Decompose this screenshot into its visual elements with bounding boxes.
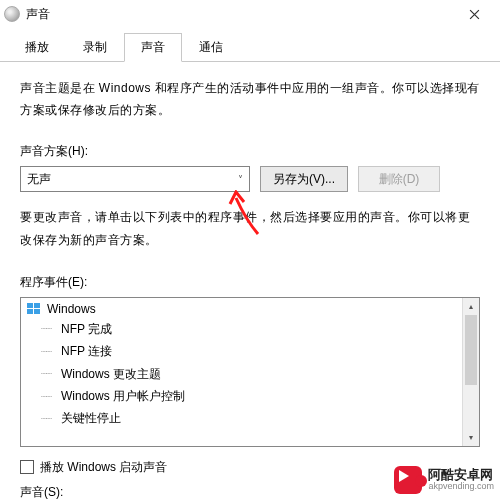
event-item[interactable]: ┈┈NFP 完成: [21, 318, 479, 340]
svg-rect-3: [34, 309, 40, 314]
watermark-text: 阿酷安卓网 akpvending.com: [428, 468, 494, 492]
tree-connector: ┈┈: [41, 388, 51, 405]
startup-checkbox[interactable]: [20, 460, 34, 474]
scroll-down-icon[interactable]: ▾: [463, 429, 479, 446]
scroll-thumb[interactable]: [465, 315, 477, 385]
watermark: 阿酷安卓网 akpvending.com: [394, 466, 494, 494]
window-title: 声音: [26, 6, 452, 23]
intro-text: 声音主题是在 Windows 和程序产生的活动事件中应用的一组声音。你可以选择现…: [20, 78, 480, 121]
tree-connector: ┈┈: [41, 410, 51, 427]
tab-record[interactable]: 录制: [66, 33, 124, 62]
note-text: 要更改声音，请单击以下列表中的程序事件，然后选择要应用的声音。你可以将更改保存为…: [20, 206, 480, 252]
save-as-button[interactable]: 另存为(V)...: [260, 166, 348, 192]
events-listbox[interactable]: Windows ┈┈NFP 完成 ┈┈NFP 连接 ┈┈Windows 更改主题…: [20, 297, 480, 447]
startup-label: 播放 Windows 启动声音: [40, 459, 167, 476]
tree-connector: ┈┈: [41, 365, 51, 382]
tab-sound[interactable]: 声音: [124, 33, 182, 62]
title-bar: 声音: [0, 0, 500, 28]
close-button[interactable]: [452, 0, 496, 28]
scheme-label: 声音方案(H):: [20, 143, 480, 160]
events-root-label: Windows: [47, 302, 96, 316]
watermark-cn: 阿酷安卓网: [428, 468, 494, 482]
scheme-dropdown[interactable]: 无声 ˅: [20, 166, 250, 192]
scroll-up-icon[interactable]: ▴: [463, 298, 479, 315]
scheme-row: 无声 ˅ 另存为(V)... 删除(D): [20, 166, 480, 192]
scroll-track[interactable]: [463, 385, 479, 429]
svg-rect-1: [34, 303, 40, 308]
event-item[interactable]: ┈┈NFP 连接: [21, 340, 479, 362]
watermark-en: akpvending.com: [428, 482, 494, 492]
tab-playback[interactable]: 播放: [8, 33, 66, 62]
tab-strip: 播放 录制 声音 通信: [0, 30, 500, 62]
tree-connector: ┈┈: [41, 320, 51, 337]
events-scrollbar[interactable]: ▴ ▾: [462, 298, 479, 446]
event-item[interactable]: ┈┈关键性停止: [21, 407, 479, 429]
events-root[interactable]: Windows: [21, 300, 479, 318]
event-item[interactable]: ┈┈Windows 用户帐户控制: [21, 385, 479, 407]
svg-rect-0: [27, 303, 33, 308]
watermark-logo-icon: [394, 466, 422, 494]
close-icon: [469, 9, 480, 20]
tab-communication[interactable]: 通信: [182, 33, 240, 62]
windows-icon: [27, 303, 41, 315]
chevron-down-icon: ˅: [238, 174, 243, 185]
scheme-value: 无声: [27, 171, 51, 188]
event-item[interactable]: ┈┈Windows 更改主题: [21, 363, 479, 385]
svg-rect-2: [27, 309, 33, 314]
delete-button: 删除(D): [358, 166, 440, 192]
events-label: 程序事件(E):: [20, 274, 480, 291]
audio-icon: [4, 6, 20, 22]
tree-connector: ┈┈: [41, 343, 51, 360]
events-inner: Windows ┈┈NFP 完成 ┈┈NFP 连接 ┈┈Windows 更改主题…: [21, 298, 479, 432]
tab-content: 声音主题是在 Windows 和程序产生的活动事件中应用的一组声音。你可以选择现…: [0, 62, 500, 500]
